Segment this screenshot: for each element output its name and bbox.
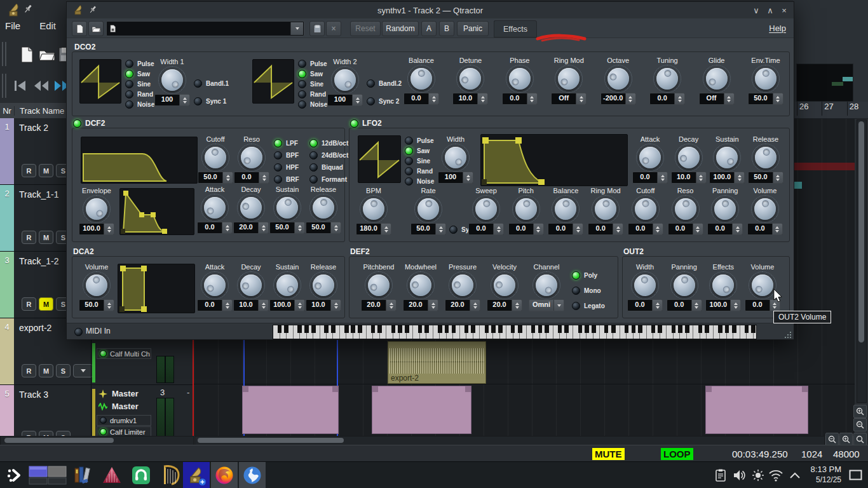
- mute-button[interactable]: M: [39, 164, 53, 177]
- value-spinbox[interactable]: 100: [154, 94, 190, 106]
- value-spinbox[interactable]: 0.0: [403, 93, 439, 105]
- knob[interactable]: Decay 10.0: [233, 263, 269, 311]
- track5-audio-out[interactable]: Master: [98, 402, 139, 411]
- knob[interactable]: Octave -200.0: [600, 57, 636, 105]
- plugin-item[interactable]: drumkv1: [97, 415, 151, 426]
- timeline-ruler[interactable]: 262728: [793, 102, 868, 119]
- midi-clip[interactable]: [705, 386, 808, 434]
- knob-dial[interactable]: [363, 198, 384, 220]
- filter-type-radio[interactable]: HPF: [274, 163, 299, 172]
- shape-radio[interactable]: Rand: [405, 167, 434, 175]
- header-track-name[interactable]: Track Name: [14, 106, 64, 116]
- knob-dial[interactable]: [674, 274, 695, 296]
- knob-dial[interactable]: [706, 68, 728, 90]
- save-preset-button[interactable]: [309, 21, 325, 36]
- knob-dial[interactable]: [313, 274, 334, 296]
- knob[interactable]: Decay 10.0: [671, 135, 707, 184]
- knob-dial[interactable]: [475, 198, 497, 220]
- mute-button[interactable]: M: [39, 431, 53, 436]
- volume-icon[interactable]: [731, 462, 749, 488]
- audio-headphones-app-icon[interactable]: [130, 462, 153, 488]
- shape-radio[interactable]: Sine: [405, 157, 434, 165]
- knob[interactable]: Sweep 0.0: [468, 187, 504, 235]
- midi-clip[interactable]: [242, 386, 339, 434]
- h-scrollbar-right[interactable]: [194, 436, 825, 445]
- knob-dial[interactable]: [86, 198, 107, 220]
- width2-knob[interactable]: Width 2 100: [327, 58, 363, 106]
- knob-dial[interactable]: [607, 68, 629, 90]
- compare-b-button[interactable]: B: [439, 21, 454, 36]
- dca2-volume-knob[interactable]: Volume 50.0: [79, 263, 114, 311]
- osc1-wave-display[interactable]: [79, 59, 121, 104]
- value-spinbox[interactable]: 50.0: [306, 222, 341, 234]
- value-spinbox[interactable]: 0.0: [627, 299, 663, 311]
- width1-knob[interactable]: Width 1 100: [154, 58, 190, 106]
- value-spinbox[interactable]: 100.0: [79, 223, 114, 235]
- knob[interactable]: Sustain 100.0: [269, 263, 305, 311]
- value-spinbox[interactable]: 0.0: [508, 223, 544, 235]
- record-button[interactable]: R: [22, 297, 36, 311]
- value-spinbox[interactable]: 50.0: [269, 222, 305, 234]
- value-spinbox[interactable]: 50.0: [748, 93, 783, 105]
- knob[interactable]: Balance 0.0: [548, 187, 583, 235]
- knob-dial[interactable]: [635, 198, 656, 220]
- shape-radio[interactable]: Sine: [298, 80, 327, 88]
- option-radio[interactable]: Bandl.2: [367, 79, 402, 88]
- resize-grip-icon[interactable]: [785, 331, 792, 338]
- value-spinbox[interactable]: 20.0: [233, 222, 269, 234]
- clock[interactable]: 8:13 PM 5/12/25: [802, 464, 841, 485]
- knob[interactable]: Release 50.0: [306, 186, 341, 234]
- app-launcher-icon[interactable]: [4, 462, 25, 488]
- knob[interactable]: Decay 20.0: [233, 186, 269, 234]
- tray-expand-caret-icon[interactable]: [787, 462, 803, 488]
- knob-dial[interactable]: [276, 197, 298, 219]
- knob[interactable]: Volume 0.0: [747, 187, 783, 235]
- lfo2-wave-display[interactable]: [358, 135, 401, 183]
- maximize-icon[interactable]: ∧: [763, 4, 777, 16]
- rewind-icon[interactable]: [33, 79, 50, 93]
- plugin-item[interactable]: Calf Multi Ch: [97, 348, 151, 359]
- led-icon[interactable]: [100, 417, 107, 424]
- toolbar-handle[interactable]: [2, 74, 3, 98]
- record-button[interactable]: R: [22, 231, 36, 244]
- knob[interactable]: Pressure 20.0: [445, 263, 480, 311]
- knob-dial[interactable]: [716, 147, 738, 168]
- value-spinbox[interactable]: 20.0: [487, 299, 522, 311]
- shape-radio[interactable]: Rand: [298, 90, 327, 98]
- led-icon[interactable]: [100, 428, 107, 435]
- shape-radio[interactable]: Saw: [405, 147, 434, 155]
- shape-radio[interactable]: Saw: [125, 70, 154, 78]
- value-spinbox[interactable]: Off: [551, 93, 587, 105]
- knob-dial[interactable]: [555, 198, 576, 220]
- knob-dial[interactable]: [313, 197, 334, 219]
- shape-radio[interactable]: Pulse: [125, 60, 154, 68]
- knob[interactable]: Cutoff 50.0: [198, 135, 233, 184]
- knob-dial[interactable]: [410, 68, 432, 90]
- value-spinbox[interactable]: 100.0: [705, 299, 741, 311]
- knob[interactable]: Reso 0.0: [234, 135, 269, 184]
- value-spinbox[interactable]: 0.0: [468, 223, 504, 235]
- record-button[interactable]: R: [22, 364, 36, 377]
- knob-dial[interactable]: [452, 274, 473, 296]
- knob-dial[interactable]: [639, 147, 661, 168]
- session-minimap[interactable]: [796, 64, 853, 102]
- knob[interactable]: Rate 50.0: [410, 187, 446, 235]
- knob-dial[interactable]: [755, 147, 776, 168]
- blue-browser-icon[interactable]: [239, 462, 266, 488]
- desktop-pager[interactable]: [28, 462, 67, 488]
- mute-button[interactable]: M: [39, 364, 53, 377]
- value-spinbox[interactable]: 0.0: [502, 93, 538, 105]
- value-spinbox[interactable]: 0.0: [707, 223, 743, 235]
- filter-type-radio[interactable]: BRF: [274, 175, 299, 184]
- value-spinbox[interactable]: 20.0: [445, 299, 480, 311]
- value-spinbox[interactable]: Off: [699, 93, 735, 105]
- knob-dial[interactable]: [755, 68, 776, 90]
- audio-clip[interactable]: export-2: [388, 341, 486, 384]
- open-file-icon[interactable]: [38, 47, 56, 62]
- knob[interactable]: Balance 0.0: [403, 57, 439, 105]
- shape-radio[interactable]: Noise: [405, 177, 434, 186]
- knob-dial[interactable]: [334, 69, 356, 91]
- channel-dropdown[interactable]: Omni: [529, 299, 564, 311]
- knob-dial[interactable]: [595, 198, 616, 220]
- solo-button[interactable]: S: [56, 364, 71, 377]
